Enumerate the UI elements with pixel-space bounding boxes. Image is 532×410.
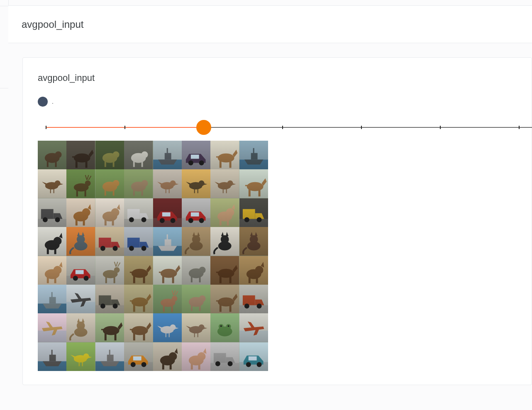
image-cell[interactable] (182, 169, 210, 198)
svg-rect-33 (216, 156, 219, 158)
image-cell[interactable] (66, 169, 95, 198)
image-cell[interactable] (38, 169, 66, 198)
svg-rect-98 (153, 198, 182, 227)
svg-rect-281 (182, 342, 210, 371)
image-cell[interactable] (239, 342, 268, 371)
image-cell[interactable] (239, 313, 268, 342)
image-cell[interactable] (38, 313, 66, 342)
image-cell[interactable] (38, 342, 66, 371)
svg-rect-182 (229, 276, 232, 283)
image-cell[interactable] (95, 227, 124, 256)
svg-point-130 (112, 246, 117, 251)
svg-point-117 (256, 217, 261, 222)
svg-rect-80 (41, 209, 54, 219)
image-cell[interactable] (153, 198, 182, 227)
image-cell[interactable] (239, 141, 268, 169)
image-cell[interactable] (66, 141, 95, 169)
image-cell[interactable] (66, 313, 95, 342)
svg-rect-10 (95, 141, 124, 169)
svg-rect-166 (133, 276, 135, 283)
svg-point-54 (131, 182, 146, 192)
svg-rect-4 (55, 161, 57, 167)
image-cell[interactable] (182, 342, 210, 371)
slider-handle[interactable] (196, 120, 211, 135)
svg-rect-258 (38, 342, 66, 371)
image-cell[interactable] (182, 285, 210, 313)
image-cell[interactable] (124, 141, 153, 169)
image-cell[interactable] (66, 198, 95, 227)
image-cell[interactable] (153, 342, 182, 371)
svg-rect-220 (239, 285, 268, 313)
svg-rect-122 (54, 249, 56, 254)
svg-point-231 (103, 326, 120, 335)
legend-row[interactable]: . (38, 97, 532, 107)
image-cell[interactable] (95, 169, 124, 198)
image-cell[interactable] (95, 342, 124, 371)
image-cell[interactable] (210, 169, 239, 198)
image-cell[interactable] (239, 227, 268, 256)
svg-rect-270 (109, 349, 110, 355)
image-cell[interactable] (153, 285, 182, 313)
image-cell[interactable] (239, 256, 268, 285)
svg-rect-92 (112, 220, 114, 225)
svg-point-206 (160, 299, 175, 307)
image-cell[interactable] (210, 256, 239, 285)
image-cell[interactable] (182, 227, 210, 256)
step-slider[interactable] (46, 119, 532, 136)
image-cell[interactable] (124, 342, 153, 371)
image-cell[interactable] (95, 198, 124, 227)
image-cell[interactable] (95, 256, 124, 285)
image-cell[interactable] (153, 313, 182, 342)
image-cell[interactable] (153, 227, 182, 256)
svg-rect-153 (54, 277, 56, 283)
image-cell[interactable] (182, 141, 210, 169)
image-cell[interactable] (182, 256, 210, 285)
image-cell[interactable] (124, 285, 153, 313)
image-cell[interactable] (153, 141, 182, 169)
image-cell[interactable] (124, 313, 153, 342)
image-cell[interactable] (124, 227, 153, 256)
image-cell[interactable] (210, 285, 239, 313)
image-cell[interactable] (182, 198, 210, 227)
svg-rect-248 (194, 333, 195, 337)
image-cell[interactable] (66, 285, 95, 313)
image-cell[interactable] (239, 285, 268, 313)
svg-point-50 (112, 180, 119, 187)
image-cell[interactable] (210, 198, 239, 227)
image-cell[interactable] (153, 256, 182, 285)
image-cell[interactable] (66, 227, 95, 256)
image-grid[interactable] (38, 141, 268, 371)
image-cell[interactable] (38, 285, 66, 313)
svg-rect-154 (66, 256, 95, 285)
image-cell[interactable] (38, 141, 66, 169)
image-cell[interactable] (124, 169, 153, 198)
image-cell[interactable] (210, 342, 239, 371)
svg-point-212 (199, 295, 206, 302)
image-cell[interactable] (66, 256, 95, 285)
image-cell[interactable] (210, 227, 239, 256)
image-cell[interactable] (124, 256, 153, 285)
image-cell[interactable] (95, 141, 124, 169)
image-cell[interactable] (38, 198, 66, 227)
image-cell[interactable] (239, 198, 268, 227)
svg-rect-66 (194, 189, 195, 193)
svg-rect-181 (220, 276, 222, 283)
image-cell[interactable] (153, 169, 182, 198)
image-cell[interactable] (210, 141, 239, 169)
svg-rect-275 (133, 356, 142, 360)
image-cell[interactable] (95, 285, 124, 313)
image-cell[interactable] (239, 169, 268, 198)
image-cell[interactable] (182, 313, 210, 342)
svg-point-198 (100, 303, 105, 308)
svg-point-89 (102, 211, 117, 221)
image-cell[interactable] (95, 313, 124, 342)
image-cell[interactable] (66, 342, 95, 371)
image-cell[interactable] (210, 313, 239, 342)
svg-point-228 (74, 328, 88, 337)
image-cell[interactable] (38, 256, 66, 285)
section-header[interactable]: avgpool_input (8, 6, 532, 43)
image-cell[interactable] (124, 198, 153, 227)
image-cell[interactable] (38, 227, 66, 256)
slider-tick (124, 126, 125, 129)
svg-rect-232 (105, 333, 107, 341)
